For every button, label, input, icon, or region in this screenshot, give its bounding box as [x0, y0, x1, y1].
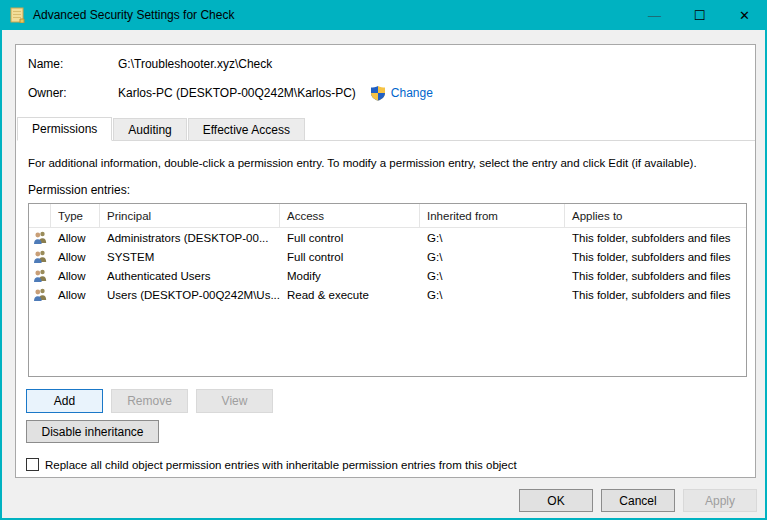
users-icon: [33, 269, 48, 282]
view-button: View: [196, 389, 273, 413]
table-row[interactable]: Allow SYSTEM Full control G:\ This folde…: [29, 247, 746, 266]
window-title: Advanced Security Settings for Check: [33, 8, 234, 22]
cell-applies-to: This folder, subfolders and files: [565, 289, 746, 301]
table-row[interactable]: Allow Authenticated Users Modify G:\ Thi…: [29, 266, 746, 285]
cell-access: Full control: [280, 251, 420, 263]
tab-auditing[interactable]: Auditing: [113, 118, 186, 140]
column-header-access[interactable]: Access: [280, 204, 420, 228]
close-icon[interactable]: ✕: [722, 0, 767, 30]
cell-principal: Authenticated Users: [100, 270, 280, 282]
maximize-icon[interactable]: ☐: [677, 0, 722, 30]
minimize-icon[interactable]: —: [632, 0, 677, 30]
replace-child-permissions-checkbox[interactable]: [26, 458, 39, 471]
cell-applies-to: This folder, subfolders and files: [565, 251, 746, 263]
name-value: G:\Troubleshooter.xyz\Check: [118, 57, 272, 71]
cell-inherited-from: G:\: [420, 270, 565, 282]
title-bar: Advanced Security Settings for Check — ☐…: [0, 0, 767, 30]
cell-applies-to: This folder, subfolders and files: [565, 270, 746, 282]
cell-type: Allow: [51, 232, 100, 244]
dialog-body: Name: G:\Troubleshooter.xyz\Check Owner:…: [15, 44, 756, 478]
cell-principal: Users (DESKTOP-00Q242M\Us...: [100, 289, 280, 301]
tab-permissions[interactable]: Permissions: [17, 117, 112, 141]
name-label: Name:: [28, 57, 118, 71]
tab-strip: Permissions Auditing Effective Access: [17, 117, 755, 141]
permissions-file-icon: [10, 7, 25, 23]
disable-inheritance-button[interactable]: Disable inheritance: [26, 420, 159, 443]
table-row[interactable]: Allow Users (DESKTOP-00Q242M\Us... Read …: [29, 285, 746, 304]
cell-inherited-from: G:\: [420, 232, 565, 244]
column-header-icon[interactable]: [29, 204, 51, 228]
cell-access: Read & execute: [280, 289, 420, 301]
cell-principal: SYSTEM: [100, 251, 280, 263]
cell-access: Modify: [280, 270, 420, 282]
column-header-inherited-from[interactable]: Inherited from: [420, 204, 565, 228]
owner-label: Owner:: [28, 86, 118, 100]
column-header-type[interactable]: Type: [51, 204, 100, 228]
uac-shield-icon: [370, 85, 386, 101]
users-icon: [33, 288, 48, 301]
replace-child-permissions-label: Replace all child object permission entr…: [45, 459, 517, 471]
permission-entries-list: Type Principal Access Inherited from App…: [28, 203, 747, 377]
owner-value: Karlos-PC (DESKTOP-00Q242M\Karlos-PC): [118, 86, 356, 100]
cell-inherited-from: G:\: [420, 251, 565, 263]
cancel-button[interactable]: Cancel: [601, 489, 675, 512]
list-header-row: Type Principal Access Inherited from App…: [29, 204, 746, 228]
replace-child-permissions-row: Replace all child object permission entr…: [26, 458, 517, 471]
column-header-applies-to[interactable]: Applies to: [565, 204, 746, 228]
ok-button[interactable]: OK: [519, 489, 593, 512]
users-icon: [33, 250, 48, 263]
add-button[interactable]: Add: [26, 389, 103, 413]
column-header-principal[interactable]: Principal: [100, 204, 280, 228]
apply-button: Apply: [683, 489, 757, 512]
cell-applies-to: This folder, subfolders and files: [565, 232, 746, 244]
cell-type: Allow: [51, 270, 100, 282]
cell-principal: Administrators (DESKTOP-00...: [100, 232, 280, 244]
cell-access: Full control: [280, 232, 420, 244]
tab-effective-access[interactable]: Effective Access: [188, 118, 305, 140]
advanced-security-settings-dialog: Advanced Security Settings for Check — ☐…: [0, 0, 767, 520]
permissions-description: For additional information, double-click…: [28, 157, 745, 169]
cell-inherited-from: G:\: [420, 289, 565, 301]
permission-entries-label: Permission entries:: [28, 183, 130, 197]
cell-type: Allow: [51, 289, 100, 301]
cell-type: Allow: [51, 251, 100, 263]
users-icon: [33, 231, 48, 244]
change-owner-link[interactable]: Change: [391, 86, 433, 100]
remove-button: Remove: [111, 389, 188, 413]
table-row[interactable]: Allow Administrators (DESKTOP-00... Full…: [29, 228, 746, 247]
